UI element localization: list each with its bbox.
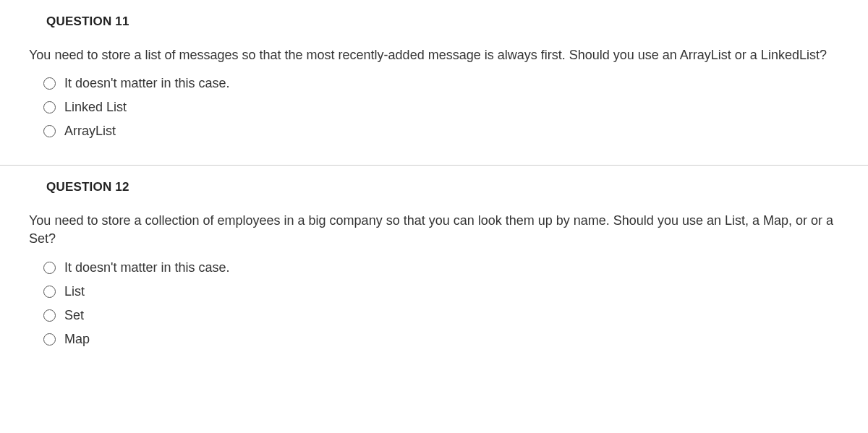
- option-row[interactable]: Linked List: [43, 95, 839, 119]
- option-label: It doesn't matter in this case.: [64, 260, 230, 275]
- option-label: Map: [64, 332, 90, 347]
- question-12-block: QUESTION 12 You need to store a collecti…: [0, 166, 868, 372]
- radio-icon: [43, 125, 56, 137]
- option-row[interactable]: ArrayList: [43, 119, 839, 143]
- options-group: It doesn't matter in this case. Linked L…: [29, 72, 839, 143]
- question-11-block: QUESTION 11 You need to store a list of …: [0, 0, 868, 165]
- question-text: You need to store a collection of employ…: [29, 212, 839, 248]
- option-row[interactable]: Set: [43, 304, 839, 327]
- radio-icon: [43, 77, 56, 90]
- option-row[interactable]: Map: [43, 327, 839, 351]
- option-label: Linked List: [64, 100, 127, 115]
- question-text: You need to store a list of messages so …: [29, 46, 839, 64]
- question-title: QUESTION 11: [46, 14, 839, 29]
- radio-icon: [43, 333, 56, 346]
- option-label: List: [64, 284, 85, 299]
- option-label: It doesn't matter in this case.: [64, 76, 230, 91]
- question-title: QUESTION 12: [46, 180, 839, 194]
- option-label: Set: [64, 308, 84, 323]
- option-label: ArrayList: [64, 124, 116, 139]
- radio-icon: [43, 286, 56, 298]
- option-row[interactable]: It doesn't matter in this case.: [43, 72, 839, 95]
- option-row[interactable]: It doesn't matter in this case.: [43, 256, 839, 280]
- radio-icon: [43, 101, 56, 113]
- radio-icon: [43, 309, 56, 322]
- options-group: It doesn't matter in this case. List Set…: [29, 256, 839, 351]
- radio-icon: [43, 262, 56, 274]
- option-row[interactable]: List: [43, 280, 839, 304]
